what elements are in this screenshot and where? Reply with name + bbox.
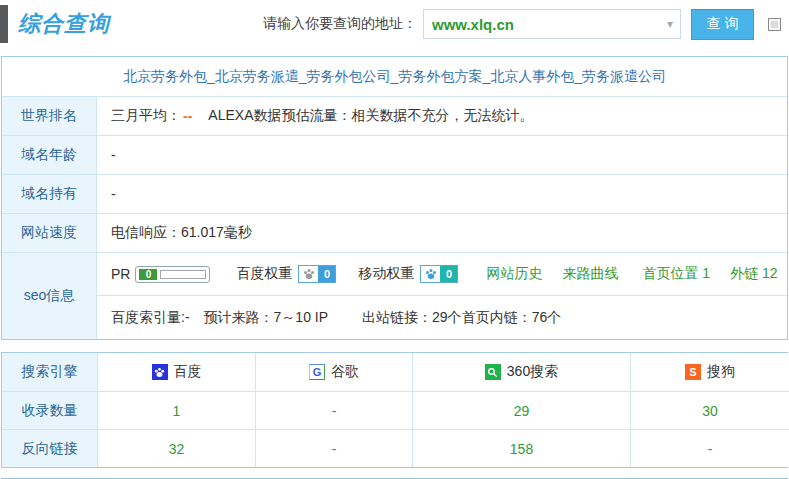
site-title-row: 北京劳务外包_北京劳务派遣_劳务外包公司_劳务外包方案_北京人事外包_劳务派遣公… (2, 57, 787, 97)
baidu-logo-icon (152, 364, 168, 380)
world-rank-row: 世界排名 三月平均： -- ALEXA数据预估流量：相关数据不充分，无法统计。 (2, 97, 787, 136)
seo-content: PR 0 百度权重 0 移动权重 0 (97, 253, 787, 339)
engine-sogou-name: 搜狗 (707, 363, 735, 381)
home-position-link[interactable]: 首页位置 1 (642, 265, 710, 283)
site-history-link[interactable]: 网站历史 (486, 265, 542, 283)
seo-line-2: 百度索引量:- 预计来路：7～10 IP 出站链接：29个 首页内链：76个 (97, 296, 787, 339)
mobile-weight-label: 移动权重 (358, 265, 414, 283)
query-input-box: ▾ (423, 9, 681, 39)
backlinks-google: - (255, 429, 412, 467)
pr-label: PR (111, 266, 130, 282)
domain-holder-row: 域名持有 - (2, 175, 787, 214)
search-engines-table: 搜索引擎 百度 G 谷歌 360搜索 S 搜狗 收录数量 1 - 29 30 反 (1, 352, 788, 468)
traffic-curve-link[interactable]: 来路曲线 (562, 265, 618, 283)
indexed-count-360: 29 (412, 391, 630, 429)
world-rank-value: 三月平均： -- ALEXA数据预估流量：相关数据不充分，无法统计。 (97, 97, 787, 135)
mobile-weight-badge[interactable]: 0 (420, 265, 458, 283)
mobile-weight-value: 0 (440, 266, 457, 282)
header: 综合查询 请输入你要查询的地址： ▾ 查 询 (0, 0, 789, 48)
title-accent-bar (0, 5, 8, 43)
site-info-table: 北京劳务外包_北京劳务派遣_劳务外包公司_劳务外包方案_北京人事外包_劳务派遣公… (1, 56, 788, 340)
google-logo-icon: G (309, 364, 325, 380)
360-search-logo-icon (485, 364, 501, 380)
domain-holder-label: 域名持有 (2, 175, 97, 213)
query-input-label: 请输入你要查询的地址： (263, 15, 417, 33)
outbound-links-text: 出站链接：29个 (362, 309, 462, 327)
engine-baidu: 百度 (97, 353, 255, 391)
domain-age-row: 域名年龄 - (2, 136, 787, 175)
query-bar: 请输入你要查询的地址： ▾ 查 询 (263, 9, 781, 40)
seo-line-1: PR 0 百度权重 0 移动权重 0 (97, 253, 787, 296)
site-speed-value: 电信响应：61.017毫秒 (97, 214, 787, 252)
baidu-paw-icon (299, 266, 318, 282)
backlinks-baidu: 32 (97, 429, 255, 467)
seo-info-label: seo信息 (2, 253, 97, 339)
indexed-count-label: 收录数量 (2, 391, 97, 429)
indexed-count-google: - (255, 391, 412, 429)
indexed-count-baidu: 1 (97, 391, 255, 429)
pagerank-bar (160, 270, 206, 279)
mobile-paw-icon (421, 266, 440, 282)
backlinks-sogou: - (630, 429, 789, 467)
site-speed-label: 网站速度 (2, 214, 97, 252)
domain-age-value: - (97, 136, 787, 174)
pagerank-meter: 0 (135, 266, 210, 283)
pagerank-value: 0 (139, 269, 157, 280)
engine-baidu-name: 百度 (174, 363, 202, 381)
baidu-weight-badge[interactable]: 0 (298, 265, 336, 283)
baidu-weight-value: 0 (318, 266, 335, 282)
engine-sogou: S 搜狗 (630, 353, 789, 391)
domain-holder-value: - (97, 175, 787, 213)
world-rank-note: ALEXA数据预估流量：相关数据不充分，无法统计。 (208, 107, 533, 125)
baidu-index-text: 百度索引量:- (111, 309, 190, 327)
engine-google: G 谷歌 (255, 353, 412, 391)
backlinks-360: 158 (412, 429, 630, 467)
sogou-logo-icon: S (685, 364, 701, 380)
world-rank-dash: -- (183, 108, 192, 124)
estimated-traffic-text: 预计来路：7～10 IP (204, 309, 328, 327)
dropdown-arrow-icon[interactable]: ▾ (667, 17, 673, 31)
engine-google-name: 谷歌 (331, 363, 359, 381)
home-internal-links-text: 首页内链：76个 (462, 309, 562, 327)
world-rank-label: 世界排名 (2, 97, 97, 135)
world-rank-prefix: 三月平均： (111, 107, 181, 125)
indexed-count-sogou: 30 (630, 391, 789, 429)
site-speed-row: 网站速度 电信响应：61.017毫秒 (2, 214, 787, 253)
domain-age-label: 域名年龄 (2, 136, 97, 174)
options-checkbox[interactable] (768, 18, 781, 31)
page-title: 综合查询 (18, 9, 110, 39)
query-button[interactable]: 查 询 (691, 9, 754, 40)
seo-info-row: seo信息 PR 0 百度权重 0 移动权重 (2, 253, 787, 339)
query-input[interactable] (424, 11, 644, 37)
engines-header-label: 搜索引擎 (2, 353, 97, 391)
baidu-weight-label: 百度权重 (236, 265, 292, 283)
engine-360-name: 360搜索 (507, 363, 558, 381)
outlink-link[interactable]: 外链 12 (730, 265, 777, 283)
backlinks-label: 反向链接 (2, 429, 97, 467)
site-title-link[interactable]: 北京劳务外包_北京劳务派遣_劳务外包公司_劳务外包方案_北京人事外包_劳务派遣公… (123, 68, 666, 86)
engine-360: 360搜索 (412, 353, 630, 391)
